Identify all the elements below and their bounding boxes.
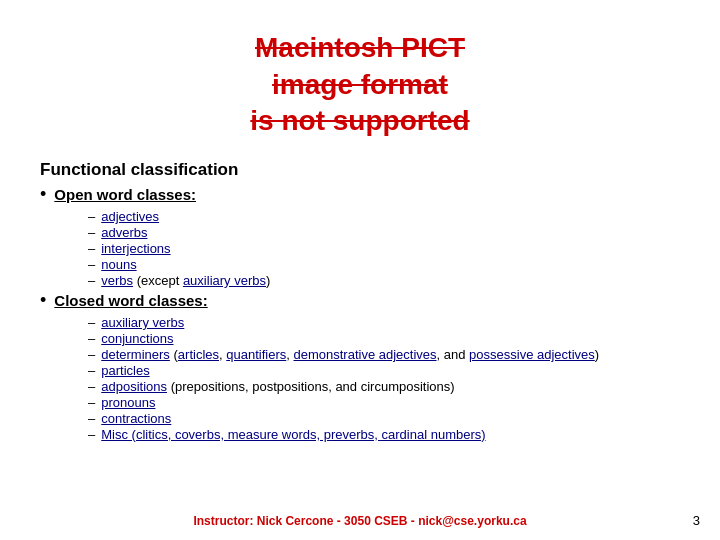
dash: – (88, 331, 95, 346)
list-item: – adverbs (88, 225, 680, 240)
open-classes-bullet: • Open word classes: (40, 186, 680, 205)
list-item: – auxiliary verbs (88, 315, 680, 330)
slide-container: Macintosh PICTimage formatis not support… (0, 0, 720, 540)
list-item: – contractions (88, 411, 680, 426)
list-item: – verbs (except auxiliary verbs) (88, 273, 680, 288)
item-particles: particles (101, 363, 149, 378)
item-conjunctions: conjunctions (101, 331, 173, 346)
list-item: – particles (88, 363, 680, 378)
dash: – (88, 209, 95, 224)
dash: – (88, 315, 95, 330)
bullet-dot-open: • (40, 184, 46, 205)
item-adpositions: adpositions (prepositions, postpositions… (101, 379, 454, 394)
item-verbs: verbs (except auxiliary verbs) (101, 273, 270, 288)
dash: – (88, 257, 95, 272)
item-nouns: nouns (101, 257, 136, 272)
item-contractions: contractions (101, 411, 171, 426)
closed-classes-label: Closed word classes: (54, 292, 207, 309)
closed-classes-bullet: • Closed word classes: (40, 292, 680, 311)
dash: – (88, 225, 95, 240)
item-determiners: determiners (articles, quantifiers, demo… (101, 347, 599, 362)
placeholder-image: Macintosh PICTimage formatis not support… (190, 20, 530, 150)
closed-classes-list: – auxiliary verbs – conjunctions – deter… (88, 315, 680, 442)
list-item: – Misc (clitics, coverbs, measure words,… (88, 427, 680, 442)
dash: – (88, 411, 95, 426)
open-classes-list: – adjectives – adverbs – interjections –… (88, 209, 680, 288)
dash: – (88, 395, 95, 410)
dash: – (88, 273, 95, 288)
list-item: – determiners (articles, quantifiers, de… (88, 347, 680, 362)
item-adjectives: adjectives (101, 209, 159, 224)
item-interjections: interjections (101, 241, 170, 256)
footer-text: Instructor: Nick Cercone - 3050 CSEB - n… (0, 514, 720, 528)
section-title: Functional classification (40, 160, 680, 180)
content-area: Functional classification • Open word cl… (40, 160, 680, 442)
list-item: – interjections (88, 241, 680, 256)
dash: – (88, 427, 95, 442)
item-auxiliary-verbs: auxiliary verbs (101, 315, 184, 330)
open-classes-label: Open word classes: (54, 186, 196, 203)
list-item: – conjunctions (88, 331, 680, 346)
list-item: – nouns (88, 257, 680, 272)
list-item: – adjectives (88, 209, 680, 224)
list-item: – pronouns (88, 395, 680, 410)
footer-page: 3 (693, 513, 700, 528)
dash: – (88, 241, 95, 256)
list-item: – adpositions (prepositions, postpositio… (88, 379, 680, 394)
dash: – (88, 347, 95, 362)
item-misc: Misc (clitics, coverbs, measure words, p… (101, 427, 485, 442)
item-pronouns: pronouns (101, 395, 155, 410)
dash: – (88, 363, 95, 378)
item-adverbs: adverbs (101, 225, 147, 240)
placeholder-text: Macintosh PICTimage formatis not support… (250, 30, 469, 139)
dash: – (88, 379, 95, 394)
bullet-dot-closed: • (40, 290, 46, 311)
